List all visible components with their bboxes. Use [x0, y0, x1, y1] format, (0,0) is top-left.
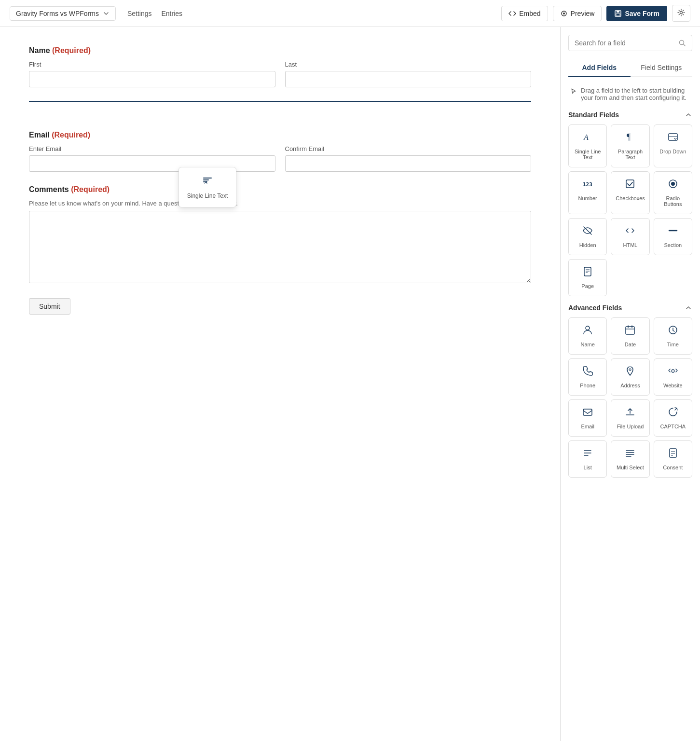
tab-field-settings[interactable]: Field Settings	[631, 59, 693, 77]
field-card-checkboxes[interactable]: Checkboxes	[611, 171, 649, 214]
enter-email-input[interactable]	[29, 155, 275, 172]
last-name-input[interactable]	[285, 71, 532, 87]
confirm-email-input[interactable]	[285, 155, 532, 172]
radio-buttons-icon	[668, 178, 678, 192]
drop-down-icon	[668, 132, 678, 145]
drop-down-label: Drop Down	[659, 149, 686, 154]
svg-rect-38	[670, 449, 676, 457]
drag-hint: Drag a field to the left to start buildi…	[568, 85, 692, 103]
date-icon	[625, 325, 635, 338]
main-layout: Name (Required) First Last A Single Line…	[0, 27, 700, 741]
tab-add-fields[interactable]: Add Fields	[568, 59, 631, 77]
topbar: Gravity Forms vs WPForms Settings Entrie…	[0, 0, 700, 27]
date-label: Date	[625, 342, 636, 347]
advanced-fields-header[interactable]: Advanced Fields	[568, 304, 692, 312]
search-icon	[678, 39, 686, 47]
sidebar: Add Fields Field Settings Drag a field t…	[560, 27, 700, 741]
field-card-time[interactable]: Time	[654, 317, 692, 355]
confirm-email-label: Confirm Email	[285, 145, 532, 152]
address-label: Address	[620, 383, 640, 388]
advanced-collapse-icon	[685, 304, 692, 312]
name-sub-fields: First Last	[29, 61, 531, 87]
sidebar-tabs: Add Fields Field Settings	[568, 59, 692, 77]
field-card-list[interactable]: List	[568, 440, 607, 478]
number-icon: 123	[582, 178, 593, 192]
field-card-date[interactable]: Date	[611, 317, 649, 355]
field-card-html[interactable]: HTML	[611, 218, 649, 255]
field-card-captcha[interactable]: CAPTCHA	[654, 399, 692, 437]
cursor-icon	[570, 88, 577, 95]
captcha-label: CAPTCHA	[660, 424, 686, 429]
radio-buttons-label: Radio Buttons	[658, 195, 688, 207]
field-card-paragraph-text[interactable]: ¶ Paragraph Text	[611, 124, 649, 167]
topbar-nav: Settings Entries	[127, 8, 182, 19]
email-icon	[582, 407, 593, 420]
field-card-website[interactable]: Website	[654, 358, 692, 396]
website-icon	[668, 366, 678, 379]
svg-text:¶: ¶	[627, 132, 631, 142]
svg-rect-30	[583, 409, 592, 415]
address-icon	[625, 366, 635, 379]
field-card-number[interactable]: 123 Number	[568, 171, 607, 214]
name-field-group: Name (Required) First Last	[29, 46, 531, 87]
first-name-input[interactable]	[29, 71, 275, 87]
field-card-consent[interactable]: Consent	[654, 440, 692, 478]
svg-rect-4	[616, 14, 620, 16]
email-adv-label: Email	[581, 424, 594, 429]
field-card-phone[interactable]: Phone	[568, 358, 607, 396]
submit-button[interactable]: Submit	[29, 298, 70, 315]
form-area: Name (Required) First Last A Single Line…	[0, 27, 560, 741]
field-card-page[interactable]: Page	[568, 259, 607, 296]
time-icon	[668, 325, 678, 338]
settings-gear-button[interactable]	[672, 5, 690, 22]
field-card-address[interactable]: Address	[611, 358, 649, 396]
field-card-file-upload[interactable]: File Upload	[611, 399, 649, 437]
svg-point-29	[629, 369, 631, 370]
multi-select-icon	[625, 448, 635, 461]
standard-fields-grid: A Single Line Text ¶ Paragraph Text Drop…	[568, 124, 692, 296]
tooltip-icon: A	[187, 175, 228, 190]
field-card-email[interactable]: Email	[568, 399, 607, 437]
name-divider	[29, 101, 531, 102]
name-adv-label: Name	[580, 342, 594, 347]
field-card-section[interactable]: Section	[654, 218, 692, 255]
captcha-icon	[668, 407, 678, 420]
standard-fields-header[interactable]: Standard Fields	[568, 111, 692, 119]
consent-label: Consent	[663, 465, 683, 470]
first-name-label: First	[29, 61, 275, 68]
section-label: Section	[664, 242, 682, 248]
checkboxes-label: Checkboxes	[616, 195, 645, 201]
field-card-drop-down[interactable]: Drop Down	[654, 124, 692, 167]
field-card-hidden[interactable]: Hidden	[568, 218, 607, 255]
single-line-text-icon: A	[582, 132, 593, 145]
search-input[interactable]	[575, 39, 678, 47]
nav-entries[interactable]: Entries	[161, 8, 182, 19]
single-line-text-label: Single Line Text	[573, 149, 603, 160]
gear-icon	[677, 9, 685, 16]
comments-description: Please let us know what's on your mind. …	[29, 200, 531, 207]
enter-email-label: Enter Email	[29, 145, 275, 152]
form-name-label: Gravity Forms vs WPForms	[16, 10, 99, 17]
field-card-single-line-text[interactable]: A Single Line Text	[568, 124, 607, 167]
last-name-label: Last	[285, 61, 532, 68]
preview-button[interactable]: Preview	[553, 6, 602, 21]
comments-field-label: Comments (Required)	[29, 185, 531, 194]
embed-button[interactable]: Embed	[501, 6, 548, 21]
preview-icon	[560, 10, 568, 17]
hidden-label: Hidden	[579, 242, 596, 248]
form-selector[interactable]: Gravity Forms vs WPForms	[10, 6, 116, 21]
checkboxes-icon	[625, 178, 635, 192]
field-card-name[interactable]: Name	[568, 317, 607, 355]
field-card-multi-select[interactable]: Multi Select	[611, 440, 649, 478]
name-field-label: Name (Required)	[29, 46, 531, 55]
field-card-radio-buttons[interactable]: Radio Buttons	[654, 171, 692, 214]
svg-point-5	[680, 12, 683, 14]
phone-icon	[582, 366, 593, 379]
save-form-button[interactable]: Save Form	[606, 6, 667, 21]
multi-select-label: Multi Select	[617, 465, 644, 470]
nav-settings[interactable]: Settings	[127, 8, 152, 19]
email-sub-fields: Enter Email Confirm Email	[29, 145, 531, 172]
paragraph-text-icon: ¶	[625, 132, 635, 145]
time-label: Time	[667, 342, 679, 347]
comments-textarea[interactable]	[29, 211, 531, 283]
